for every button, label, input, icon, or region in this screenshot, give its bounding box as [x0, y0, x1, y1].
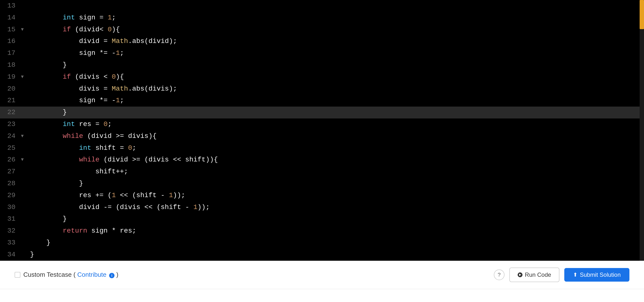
table-row: 28 } [0, 178, 644, 190]
bottom-toolbar: Custom Testcase ( Contribute i ) ? Run C… [0, 261, 644, 289]
fold-arrow [20, 35, 25, 47]
code-line: } [25, 107, 644, 118]
scrollbar[interactable] [640, 0, 644, 261]
table-row: 18 } [0, 59, 644, 71]
code-line: res += (1 << (shift - 1)); [25, 190, 644, 202]
line-number: 26 [0, 154, 20, 166]
code-line: } [25, 249, 644, 261]
fold-arrow[interactable]: ▾ [20, 71, 25, 83]
fold-arrow [20, 166, 25, 178]
table-row: 22 } [0, 107, 644, 118]
help-button[interactable]: ? [494, 270, 504, 280]
code-line: while (divid >= (divis << shift)){ [25, 154, 644, 166]
table-row: 32 return sign * res; [0, 225, 644, 237]
table-row: 33 } [0, 237, 644, 249]
code-line: } [25, 59, 644, 71]
table-row: 15▾ if (divid< 0){ [0, 24, 644, 36]
code-line: if (divid< 0){ [25, 24, 644, 36]
fold-arrow [20, 59, 25, 71]
fold-arrow[interactable]: ▾ [20, 154, 25, 166]
fold-arrow[interactable]: ▾ [20, 24, 25, 36]
line-number: 19 [0, 71, 20, 83]
fold-arrow [20, 202, 25, 213]
submit-label: Submit Solution [580, 272, 621, 278]
code-line: int res = 0; [25, 118, 644, 130]
fold-arrow [20, 249, 25, 261]
line-number: 32 [0, 225, 20, 237]
table-row: 13 [0, 0, 644, 12]
line-number: 15 [0, 24, 20, 36]
code-line: return sign * res; [25, 225, 644, 237]
fold-arrow [20, 190, 25, 202]
table-row: 29 res += (1 << (shift - 1)); [0, 190, 644, 202]
upload-icon: ⬆ [573, 272, 578, 278]
fold-arrow [20, 95, 25, 107]
table-row: 19▾ if (divis < 0){ [0, 71, 644, 83]
line-number: 23 [0, 118, 20, 130]
code-line: if (divis < 0){ [25, 71, 644, 83]
fold-arrow [20, 83, 25, 95]
line-number: 18 [0, 59, 20, 71]
testcase-checkbox[interactable] [14, 272, 20, 278]
code-line: divis = Math.abs(divis); [25, 83, 644, 95]
scrollbar-thumb[interactable] [640, 0, 644, 29]
table-row: 30 divid -= (divis << (shift - 1)); [0, 202, 644, 213]
line-number: 16 [0, 35, 20, 47]
table-row: 20 divis = Math.abs(divis); [0, 83, 644, 95]
line-number: 33 [0, 237, 20, 249]
code-editor: 1314 int sign = 1;15▾ if (divid< 0){16 d… [0, 0, 644, 261]
fold-arrow [20, 0, 25, 12]
code-line: } [25, 237, 644, 249]
table-row: 31 } [0, 213, 644, 225]
fold-arrow [20, 178, 25, 190]
table-row: 16 divid = Math.abs(divid); [0, 35, 644, 47]
table-row: 27 shift++; [0, 166, 644, 178]
line-number: 25 [0, 142, 20, 154]
line-number: 24 [0, 130, 20, 142]
fold-arrow [20, 47, 25, 59]
contribute-link[interactable]: Contribute [77, 271, 106, 278]
line-number: 14 [0, 12, 20, 24]
table-row: 26▾ while (divid >= (divis << shift)){ [0, 154, 644, 166]
fold-arrow [20, 12, 25, 24]
code-line [25, 0, 644, 12]
line-number: 31 [0, 213, 20, 225]
code-line: sign *= -1; [25, 95, 644, 107]
code-line: divid -= (divis << (shift - 1)); [25, 202, 644, 213]
code-line: while (divid >= divis){ [25, 130, 644, 142]
fold-arrow [20, 142, 25, 154]
testcase-label: Custom Testcase ( Contribute i ) [23, 271, 118, 279]
fold-arrow[interactable]: ▾ [20, 130, 25, 142]
line-number: 34 [0, 249, 20, 261]
code-line: sign *= -1; [25, 47, 644, 59]
fold-arrow [20, 225, 25, 237]
fold-arrow [20, 107, 25, 118]
table-row: 14 int sign = 1; [0, 12, 644, 24]
toolbar-right: ? Run Code ⬆ Submit Solution [494, 268, 630, 282]
line-number: 17 [0, 47, 20, 59]
submit-button[interactable]: ⬆ Submit Solution [564, 268, 630, 282]
table-row: 21 sign *= -1; [0, 95, 644, 107]
table-row: 23 int res = 0; [0, 118, 644, 130]
fold-arrow [20, 237, 25, 249]
line-number: 30 [0, 202, 20, 213]
table-row: 24▾ while (divid >= divis){ [0, 130, 644, 142]
fold-arrow [20, 118, 25, 130]
line-number: 20 [0, 83, 20, 95]
code-line: divid = Math.abs(divid); [25, 35, 644, 47]
line-number: 13 [0, 0, 20, 12]
code-line: shift++; [25, 166, 644, 178]
code-table: 1314 int sign = 1;15▾ if (divid< 0){16 d… [0, 0, 644, 261]
custom-testcase: Custom Testcase ( Contribute i ) [14, 271, 118, 279]
code-line: } [25, 213, 644, 225]
line-number: 27 [0, 166, 20, 178]
line-number: 29 [0, 190, 20, 202]
table-row: 25 int shift = 0; [0, 142, 644, 154]
run-code-button[interactable]: Run Code [509, 268, 560, 282]
code-line: } [25, 178, 644, 190]
info-icon[interactable]: i [109, 273, 114, 278]
line-number: 28 [0, 178, 20, 190]
fold-arrow [20, 213, 25, 225]
code-line: int shift = 0; [25, 142, 644, 154]
table-row: 34} [0, 249, 644, 261]
